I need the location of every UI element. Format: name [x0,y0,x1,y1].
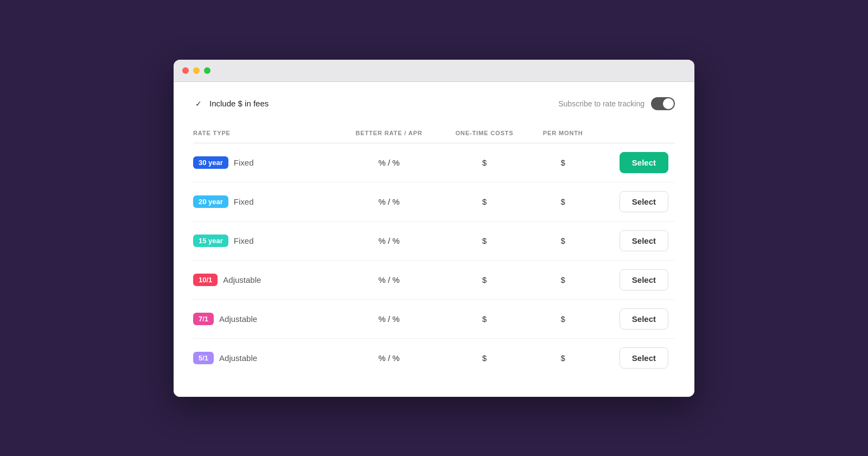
per-month-cell-row-5-1: $ [529,338,597,377]
rate-badge-row-20yr: 20 year [193,195,228,208]
subscribe-area: Subscribe to rate tracking [558,97,675,110]
per-month-cell-row-20yr: $ [529,182,597,221]
one-time-costs-cell-row-30yr: $ [439,143,529,182]
main-window: ✓ Include $ in fees Subscribe to rate tr… [174,60,694,397]
rate-type-cell-row-5-1: 5/1 Adjustable [193,338,339,377]
top-bar: ✓ Include $ in fees Subscribe to rate tr… [193,97,675,110]
table-header-row: RATE TYPE BETTER RATE / APR ONE-TIME COS… [193,125,675,143]
select-button-row-10-1[interactable]: Select [620,269,668,290]
rate-badge-row-5-1: 5/1 [193,352,214,364]
select-button-row-7-1[interactable]: Select [620,308,668,330]
table-row: 20 year Fixed % / %$$Select [193,182,675,221]
one-time-costs-cell-row-10-1: $ [439,260,529,299]
col-header-one-time-costs: ONE-TIME COSTS [439,125,529,143]
title-bar [174,60,694,82]
select-button-row-20yr[interactable]: Select [620,191,668,212]
table-row: 30 year Fixed % / %$$Select [193,143,675,182]
rate-badge-row-10-1: 10/1 [193,274,218,286]
table-row: 7/1 Adjustable % / %$$Select [193,299,675,338]
one-time-costs-cell-row-20yr: $ [439,182,529,221]
one-time-costs-cell-row-7-1: $ [439,299,529,338]
include-fees-label: Include $ in fees [209,99,269,108]
rates-table: RATE TYPE BETTER RATE / APR ONE-TIME COS… [193,125,675,377]
better-rate-cell-row-5-1: % / % [339,338,439,377]
table-row: 10/1 Adjustable % / %$$Select [193,260,675,299]
col-header-rate-type: RATE TYPE [193,125,339,143]
minimize-button[interactable] [193,67,200,74]
col-header-action [597,125,675,143]
checkmark-icon: ✓ [193,98,204,109]
select-cell-row-15yr: Select [597,221,675,260]
better-rate-cell-row-30yr: % / % [339,143,439,182]
select-cell-row-30yr: Select [597,143,675,182]
rate-type-name-row-15yr: Fixed [234,236,254,245]
include-fees-group: ✓ Include $ in fees [193,98,269,109]
better-rate-cell-row-7-1: % / % [339,299,439,338]
close-button[interactable] [182,67,189,74]
select-button-row-15yr[interactable]: Select [620,230,668,251]
select-button-row-5-1[interactable]: Select [620,347,668,369]
better-rate-cell-row-15yr: % / % [339,221,439,260]
rate-badge-row-15yr: 15 year [193,235,228,247]
better-rate-cell-row-10-1: % / % [339,260,439,299]
rate-type-cell-row-10-1: 10/1 Adjustable [193,260,339,299]
one-time-costs-cell-row-15yr: $ [439,221,529,260]
select-cell-row-7-1: Select [597,299,675,338]
col-header-better-rate: BETTER RATE / APR [339,125,439,143]
rate-type-cell-row-15yr: 15 year Fixed [193,221,339,260]
rate-tracking-toggle[interactable] [651,97,675,110]
select-cell-row-20yr: Select [597,182,675,221]
maximize-button[interactable] [204,67,210,74]
per-month-cell-row-15yr: $ [529,221,597,260]
per-month-cell-row-10-1: $ [529,260,597,299]
per-month-cell-row-30yr: $ [529,143,597,182]
rate-badge-row-30yr: 30 year [193,156,228,169]
select-cell-row-5-1: Select [597,338,675,377]
col-header-per-month: PER MONTH [529,125,597,143]
rate-type-cell-row-7-1: 7/1 Adjustable [193,299,339,338]
rate-type-name-row-7-1: Adjustable [219,314,257,324]
subscribe-label: Subscribe to rate tracking [558,99,644,108]
content-area: ✓ Include $ in fees Subscribe to rate tr… [174,82,694,397]
table-row: 15 year Fixed % / %$$Select [193,221,675,260]
select-button-row-30yr[interactable]: Select [620,152,668,173]
per-month-cell-row-7-1: $ [529,299,597,338]
select-cell-row-10-1: Select [597,260,675,299]
rate-type-name-row-30yr: Fixed [234,158,254,167]
rate-badge-row-7-1: 7/1 [193,313,214,325]
better-rate-cell-row-20yr: % / % [339,182,439,221]
rate-type-cell-row-20yr: 20 year Fixed [193,182,339,221]
one-time-costs-cell-row-5-1: $ [439,338,529,377]
toggle-knob [663,98,674,109]
rate-type-name-row-20yr: Fixed [234,197,254,206]
rate-type-name-row-5-1: Adjustable [219,353,257,363]
rate-type-cell-row-30yr: 30 year Fixed [193,143,339,182]
table-row: 5/1 Adjustable % / %$$Select [193,338,675,377]
rate-type-name-row-10-1: Adjustable [223,275,261,284]
